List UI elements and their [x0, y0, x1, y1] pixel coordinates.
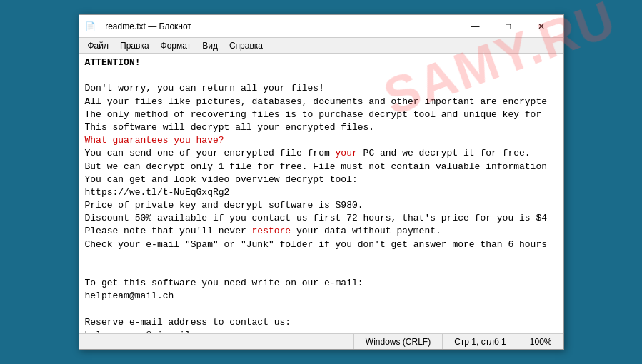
status-position: Стр 1, стлб 1 [442, 334, 518, 349]
status-encoding: Windows (CRLF) [353, 334, 442, 349]
menu-bar: Файл Правка Формат Вид Справка [79, 38, 563, 54]
title-bar: 📄 _readme.txt — Блокнот — □ ✕ [79, 15, 563, 38]
window-title: _readme.txt — Блокнот [101, 21, 459, 31]
maximize-button[interactable]: □ [492, 15, 525, 38]
attention-line: ATTENTION! [85, 57, 141, 68]
menu-help[interactable]: Справка [224, 39, 269, 52]
window-icon: 📄 [85, 21, 96, 32]
menu-view[interactable]: Вид [196, 39, 224, 52]
menu-format[interactable]: Формат [155, 39, 197, 52]
status-bar: Windows (CRLF) Стр 1, стлб 1 100% [79, 333, 563, 349]
menu-file[interactable]: Файл [82, 39, 115, 52]
close-button[interactable]: ✕ [525, 15, 558, 38]
red-word-2: restore [252, 226, 291, 236]
minimize-button[interactable]: — [459, 15, 492, 38]
window-controls: — □ ✕ [459, 15, 558, 38]
content-wrapper: ATTENTION! Don't worry, you can return a… [79, 54, 563, 333]
red-word-1: your [336, 148, 358, 158]
text-content[interactable]: ATTENTION! Don't worry, you can return a… [79, 54, 563, 333]
status-zoom: 100% [518, 334, 563, 349]
menu-edit[interactable]: Правка [114, 39, 155, 52]
notepad-window: 📄 _readme.txt — Блокнот — □ ✕ Файл Правк… [79, 14, 564, 350]
red-line-1: What guarantees you have? [85, 135, 224, 146]
